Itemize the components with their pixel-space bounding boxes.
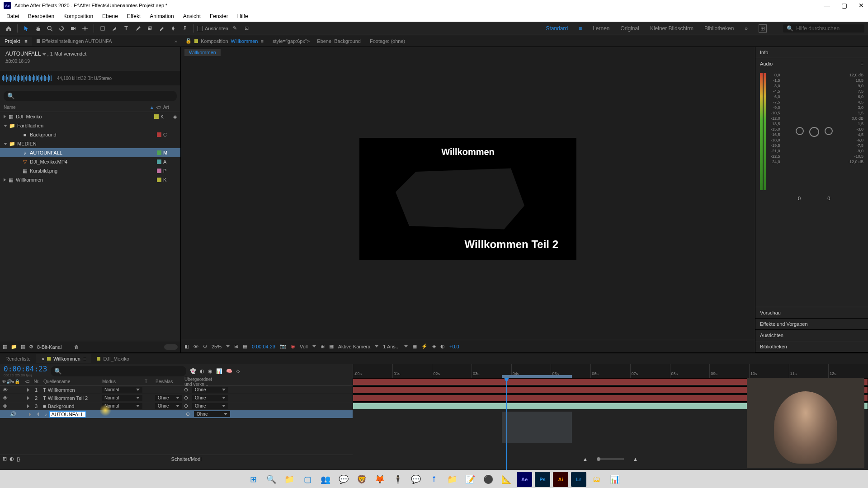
motion-blur-icon[interactable]: ◉ <box>208 368 212 374</box>
clone-tool[interactable] <box>145 23 155 33</box>
timeline-tab[interactable]: ×Willkommen≡ <box>36 354 92 363</box>
anchor-tool[interactable] <box>80 23 90 33</box>
menu-item[interactable]: Ansicht <box>179 12 204 20</box>
zoom-dropdown[interactable]: 25% <box>212 344 222 349</box>
interpret-icon[interactable]: ▦ <box>3 344 7 350</box>
brush-tool[interactable] <box>133 23 143 33</box>
guides-icon[interactable]: ▦ <box>329 343 334 349</box>
3d-icon[interactable]: ◈ <box>432 343 436 349</box>
project-tab[interactable]: Projekt≡ <box>0 37 32 46</box>
col-type[interactable]: Art <box>163 105 177 110</box>
tree-item-folder[interactable]: 📁Farbflächen <box>0 121 180 130</box>
workspace-tab[interactable]: Original <box>621 25 639 32</box>
snap-bounds-icon[interactable]: ⊡ <box>242 23 252 33</box>
lock-icon[interactable]: 🔓 <box>185 38 192 44</box>
menu-item[interactable]: Fenster <box>206 12 232 20</box>
maximize-button[interactable]: ▢ <box>841 2 847 9</box>
renderqueue-tab[interactable]: Renderliste <box>0 354 36 363</box>
text-tool[interactable]: T <box>121 23 131 33</box>
time-display[interactable]: 0:00:04:23 <box>252 344 275 349</box>
puppet-tool[interactable] <box>180 23 190 33</box>
ref-icon[interactable]: ◐ <box>440 343 445 349</box>
effects-tab[interactable]: Effekteinstellungen AUTOUNFA <box>32 37 117 46</box>
tree-item-solid[interactable]: ■BackgroundC <box>0 130 180 139</box>
workspace-menu-icon[interactable]: ≡ <box>579 25 582 32</box>
camera-tool[interactable] <box>68 23 78 33</box>
whatsapp-icon[interactable]: 💬 <box>336 472 351 487</box>
timecode[interactable]: 0:00:04:23 <box>4 365 47 373</box>
brainstorm-icon[interactable]: 🧠 <box>226 368 232 374</box>
menu-item[interactable]: Hilfe <box>234 12 252 20</box>
tree-item-video[interactable]: ▽DJI_Mexiko.MP4A <box>0 157 180 166</box>
audio-panel-header[interactable]: Audio≡ <box>755 58 868 69</box>
layer-row[interactable]: 👁 3 ■Background Normal Ohne ⊙ Ohne <box>0 402 353 410</box>
mask-icon[interactable]: ⊙ <box>203 343 207 349</box>
start-button[interactable]: ⊞ <box>245 472 261 487</box>
toggle-modes-icon[interactable]: ◐ <box>9 456 14 462</box>
tree-item-image[interactable]: ▦Kursbild.pngP <box>0 166 180 175</box>
libraries-panel-header[interactable]: Bibliotheken <box>755 341 868 352</box>
app-icon[interactable]: 🕴 <box>390 472 406 487</box>
brave-icon[interactable]: 🦁 <box>354 472 369 487</box>
audio-faders[interactable]: 00 <box>785 73 844 201</box>
work-area[interactable] <box>502 375 572 378</box>
channel-icon[interactable]: 👁 <box>193 344 198 349</box>
aftereffects-icon[interactable]: Ae <box>517 472 532 487</box>
workspace-tab[interactable]: Standard <box>546 25 568 32</box>
layer-row[interactable]: 👁 2 TWillkommen Teil 2 Normal Ohne ⊙ Ohn… <box>0 394 353 402</box>
fast-icon[interactable]: ⚡ <box>421 343 428 349</box>
asset-name[interactable]: AUTOUNFALL <box>5 51 41 57</box>
switch-modes-button[interactable]: Schalter/Modi <box>23 456 350 462</box>
snap-checkbox[interactable]: Ausrichten <box>198 26 228 31</box>
zoom-out-icon[interactable]: ▲ <box>583 456 588 462</box>
folder-icon[interactable]: 📁 <box>444 472 460 487</box>
roto-tool[interactable] <box>168 23 178 33</box>
comp-tab-menu-icon[interactable]: ≡ <box>260 38 263 44</box>
auto-keyframe-icon[interactable]: ◇ <box>236 368 240 374</box>
selection-tool[interactable] <box>21 23 31 33</box>
menu-item[interactable]: Datei <box>3 12 23 20</box>
comp-tab[interactable]: Willkommen <box>231 38 258 44</box>
shape-tool[interactable] <box>98 23 108 33</box>
color-icon[interactable]: ◉ <box>291 343 295 349</box>
messenger-icon[interactable]: 💬 <box>408 472 424 487</box>
workspace-tab[interactable]: Kleiner Bildschirm <box>650 25 693 32</box>
time-ruler[interactable]: :00s01s02s03s04s05s06s07s08s09s10s11s12s <box>353 364 868 378</box>
help-search[interactable]: 🔍 Hilfe durchsuchen <box>783 24 864 33</box>
illustrator-icon[interactable]: Ai <box>553 472 568 487</box>
minimize-button[interactable]: — <box>824 2 830 9</box>
search-button[interactable]: 🔍 <box>264 472 279 487</box>
frame-blend-icon[interactable]: ◐ <box>200 368 204 374</box>
photoshop-icon[interactable]: Ps <box>535 472 550 487</box>
timeline-tab[interactable]: DJI_Mexiko <box>91 354 134 363</box>
teams-icon[interactable]: 👥 <box>318 472 333 487</box>
app-icon[interactable]: 🗂 <box>589 472 604 487</box>
shy-icon[interactable]: 👻 <box>190 368 196 374</box>
align-panel-header[interactable]: Ausrichten <box>755 330 868 341</box>
snap-option-icon[interactable]: ✎ <box>230 23 240 33</box>
transparency-icon[interactable]: ▦ <box>243 343 247 349</box>
viewer-canvas[interactable]: Willkommen Willkommen Teil 2 <box>181 58 755 340</box>
info-panel-header[interactable]: Info <box>755 47 868 58</box>
project-search[interactable] <box>4 91 177 101</box>
comp-breadcrumb[interactable]: Willkommen <box>184 49 221 56</box>
bpc-button[interactable]: 8-Bit-Kanal <box>37 344 61 350</box>
toggle-layerbar-icon[interactable]: {} <box>17 456 20 462</box>
workspace-grid-icon[interactable]: ⊞ <box>759 24 767 33</box>
zoom-in-icon[interactable]: ▲ <box>633 456 638 462</box>
views-dropdown[interactable]: 1 Ans... <box>383 344 400 349</box>
new-comp-icon[interactable]: ▦ <box>21 344 25 350</box>
firefox-icon[interactable]: 🦊 <box>372 472 387 487</box>
eraser-tool[interactable] <box>156 23 166 33</box>
tree-item-audio[interactable]: ♪AUTOUNFALLM <box>0 148 180 157</box>
tree-item-comp[interactable]: ▦WillkommenK <box>0 175 180 184</box>
lightroom-icon[interactable]: Lr <box>571 472 586 487</box>
menu-item[interactable]: Ebene <box>99 12 122 20</box>
trash-icon[interactable]: 🗑 <box>74 344 79 350</box>
layer-tab[interactable]: style="gap:6px">Ebene: Background <box>268 37 365 46</box>
zoom-tool[interactable] <box>45 23 55 33</box>
footage-tab[interactable]: Footage: (ohne) <box>365 37 410 46</box>
snapshot-icon[interactable]: 📷 <box>280 343 286 349</box>
rotation-tool[interactable] <box>57 23 66 33</box>
renderer-dropdown[interactable]: Voll <box>300 344 308 349</box>
